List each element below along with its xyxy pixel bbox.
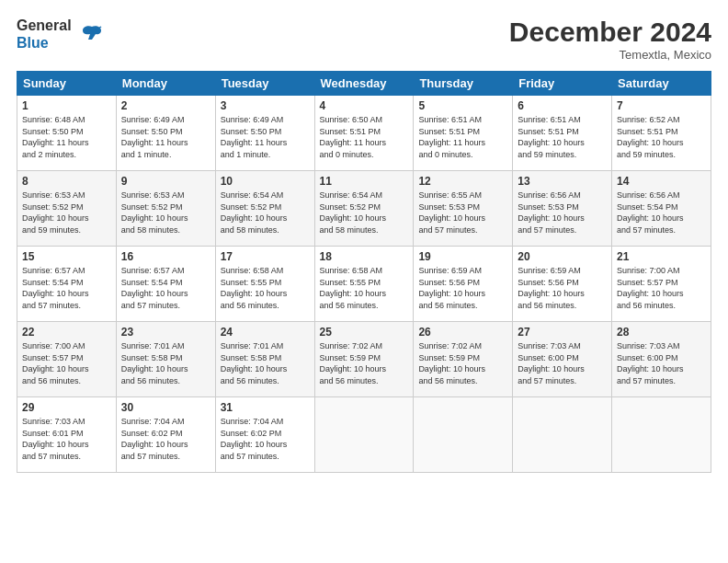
day-info: Sunrise: 7:01 AM Sunset: 5:58 PM Dayligh… <box>121 340 210 386</box>
calendar-cell: 12Sunrise: 6:55 AM Sunset: 5:53 PM Dayli… <box>414 171 513 247</box>
day-info: Sunrise: 6:51 AM Sunset: 5:51 PM Dayligh… <box>418 114 507 160</box>
day-number: 14 <box>617 175 706 188</box>
day-info: Sunrise: 6:49 AM Sunset: 5:50 PM Dayligh… <box>121 114 210 160</box>
calendar-cell: 5Sunrise: 6:51 AM Sunset: 5:51 PM Daylig… <box>414 96 513 171</box>
day-number: 8 <box>22 175 111 188</box>
day-number: 29 <box>22 401 111 414</box>
day-info: Sunrise: 7:00 AM Sunset: 5:57 PM Dayligh… <box>22 340 111 386</box>
week-row-5: 29Sunrise: 7:03 AM Sunset: 6:01 PM Dayli… <box>17 397 711 473</box>
day-number: 24 <box>221 326 310 339</box>
day-info: Sunrise: 7:04 AM Sunset: 6:02 PM Dayligh… <box>221 416 310 462</box>
logo-text: General Blue <box>17 17 72 52</box>
title-area: December 2024 Temextla, Mexico <box>509 17 711 62</box>
day-number: 12 <box>418 175 507 188</box>
month-title: December 2024 <box>509 17 711 48</box>
day-info: Sunrise: 6:53 AM Sunset: 5:52 PM Dayligh… <box>22 190 111 236</box>
day-number: 1 <box>22 99 111 112</box>
day-number: 30 <box>121 401 210 414</box>
day-info: Sunrise: 6:58 AM Sunset: 5:55 PM Dayligh… <box>221 265 310 311</box>
day-number: 9 <box>121 175 210 188</box>
calendar-cell: 2Sunrise: 6:49 AM Sunset: 5:50 PM Daylig… <box>116 96 215 171</box>
day-info: Sunrise: 6:51 AM Sunset: 5:51 PM Dayligh… <box>518 114 607 160</box>
calendar-cell: 10Sunrise: 6:54 AM Sunset: 5:52 PM Dayli… <box>215 171 314 247</box>
day-number: 13 <box>518 175 607 188</box>
day-number: 20 <box>518 250 607 263</box>
day-number: 4 <box>320 99 409 112</box>
calendar-cell <box>513 397 612 473</box>
day-number: 23 <box>121 326 210 339</box>
day-info: Sunrise: 6:48 AM Sunset: 5:50 PM Dayligh… <box>22 114 111 160</box>
calendar-cell: 13Sunrise: 6:56 AM Sunset: 5:53 PM Dayli… <box>513 171 612 247</box>
day-number: 3 <box>221 99 310 112</box>
day-info: Sunrise: 7:00 AM Sunset: 5:57 PM Dayligh… <box>617 265 706 311</box>
day-info: Sunrise: 7:03 AM Sunset: 6:01 PM Dayligh… <box>22 416 111 462</box>
calendar-cell: 9Sunrise: 6:53 AM Sunset: 5:52 PM Daylig… <box>116 171 215 247</box>
calendar-cell: 27Sunrise: 7:03 AM Sunset: 6:00 PM Dayli… <box>513 322 612 397</box>
day-number: 22 <box>22 326 111 339</box>
header-friday: Friday <box>513 72 612 96</box>
header-saturday: Saturday <box>612 72 711 96</box>
calendar-cell: 20Sunrise: 6:59 AM Sunset: 5:56 PM Dayli… <box>513 247 612 322</box>
location: Temextla, Mexico <box>509 48 711 62</box>
day-number: 28 <box>617 326 706 339</box>
calendar-cell <box>414 397 513 473</box>
header-sunday: Sunday <box>17 72 117 96</box>
header-monday: Monday <box>116 72 215 96</box>
calendar-table: Sunday Monday Tuesday Wednesday Thursday… <box>17 71 711 473</box>
weekday-header-row: Sunday Monday Tuesday Wednesday Thursday… <box>17 72 711 96</box>
day-number: 7 <box>617 99 706 112</box>
calendar-cell: 6Sunrise: 6:51 AM Sunset: 5:51 PM Daylig… <box>513 96 612 171</box>
page: General Blue December 2024 Temextla, Mex… <box>0 0 728 563</box>
day-info: Sunrise: 6:53 AM Sunset: 5:52 PM Dayligh… <box>121 190 210 236</box>
day-number: 16 <box>121 250 210 263</box>
week-row-4: 22Sunrise: 7:00 AM Sunset: 5:57 PM Dayli… <box>17 322 711 397</box>
day-info: Sunrise: 7:02 AM Sunset: 5:59 PM Dayligh… <box>418 340 507 386</box>
day-number: 11 <box>320 175 409 188</box>
day-number: 25 <box>320 326 409 339</box>
week-row-3: 15Sunrise: 6:57 AM Sunset: 5:54 PM Dayli… <box>17 247 711 322</box>
day-number: 6 <box>518 99 607 112</box>
day-info: Sunrise: 6:57 AM Sunset: 5:54 PM Dayligh… <box>121 265 210 311</box>
calendar-cell: 31Sunrise: 7:04 AM Sunset: 6:02 PM Dayli… <box>215 397 314 473</box>
day-number: 18 <box>320 250 409 263</box>
day-number: 21 <box>617 250 706 263</box>
calendar-cell: 16Sunrise: 6:57 AM Sunset: 5:54 PM Dayli… <box>116 247 215 322</box>
day-number: 15 <box>22 250 111 263</box>
week-row-2: 8Sunrise: 6:53 AM Sunset: 5:52 PM Daylig… <box>17 171 711 247</box>
day-info: Sunrise: 7:02 AM Sunset: 5:59 PM Dayligh… <box>320 340 409 386</box>
calendar-cell: 28Sunrise: 7:03 AM Sunset: 6:00 PM Dayli… <box>612 322 711 397</box>
calendar-cell: 21Sunrise: 7:00 AM Sunset: 5:57 PM Dayli… <box>612 247 711 322</box>
calendar-cell: 23Sunrise: 7:01 AM Sunset: 5:58 PM Dayli… <box>116 322 215 397</box>
calendar-cell: 8Sunrise: 6:53 AM Sunset: 5:52 PM Daylig… <box>17 171 117 247</box>
calendar-cell: 1Sunrise: 6:48 AM Sunset: 5:50 PM Daylig… <box>17 96 117 171</box>
header: General Blue December 2024 Temextla, Mex… <box>17 17 711 62</box>
calendar-cell: 30Sunrise: 7:04 AM Sunset: 6:02 PM Dayli… <box>116 397 215 473</box>
header-thursday: Thursday <box>414 72 513 96</box>
calendar-cell: 18Sunrise: 6:58 AM Sunset: 5:55 PM Dayli… <box>314 247 414 322</box>
day-info: Sunrise: 6:52 AM Sunset: 5:51 PM Dayligh… <box>617 114 706 160</box>
calendar-cell: 26Sunrise: 7:02 AM Sunset: 5:59 PM Dayli… <box>414 322 513 397</box>
calendar-cell: 7Sunrise: 6:52 AM Sunset: 5:51 PM Daylig… <box>612 96 711 171</box>
logo-bird-icon <box>75 19 105 49</box>
day-info: Sunrise: 6:54 AM Sunset: 5:52 PM Dayligh… <box>320 190 409 236</box>
calendar-cell: 4Sunrise: 6:50 AM Sunset: 5:51 PM Daylig… <box>314 96 414 171</box>
day-info: Sunrise: 6:56 AM Sunset: 5:53 PM Dayligh… <box>518 190 607 236</box>
day-number: 17 <box>221 250 310 263</box>
day-info: Sunrise: 6:57 AM Sunset: 5:54 PM Dayligh… <box>22 265 111 311</box>
header-tuesday: Tuesday <box>215 72 314 96</box>
calendar-cell: 29Sunrise: 7:03 AM Sunset: 6:01 PM Dayli… <box>17 397 117 473</box>
calendar-cell: 25Sunrise: 7:02 AM Sunset: 5:59 PM Dayli… <box>314 322 414 397</box>
calendar-cell: 22Sunrise: 7:00 AM Sunset: 5:57 PM Dayli… <box>17 322 117 397</box>
calendar-cell: 14Sunrise: 6:56 AM Sunset: 5:54 PM Dayli… <box>612 171 711 247</box>
calendar-cell: 15Sunrise: 6:57 AM Sunset: 5:54 PM Dayli… <box>17 247 117 322</box>
calendar-cell: 19Sunrise: 6:59 AM Sunset: 5:56 PM Dayli… <box>414 247 513 322</box>
day-info: Sunrise: 6:49 AM Sunset: 5:50 PM Dayligh… <box>221 114 310 160</box>
day-info: Sunrise: 7:01 AM Sunset: 5:58 PM Dayligh… <box>221 340 310 386</box>
logo: General Blue <box>17 17 105 52</box>
day-info: Sunrise: 6:55 AM Sunset: 5:53 PM Dayligh… <box>418 190 507 236</box>
day-info: Sunrise: 6:59 AM Sunset: 5:56 PM Dayligh… <box>418 265 507 311</box>
day-info: Sunrise: 7:03 AM Sunset: 6:00 PM Dayligh… <box>617 340 706 386</box>
day-number: 27 <box>518 326 607 339</box>
day-number: 2 <box>121 99 210 112</box>
day-info: Sunrise: 6:50 AM Sunset: 5:51 PM Dayligh… <box>320 114 409 160</box>
